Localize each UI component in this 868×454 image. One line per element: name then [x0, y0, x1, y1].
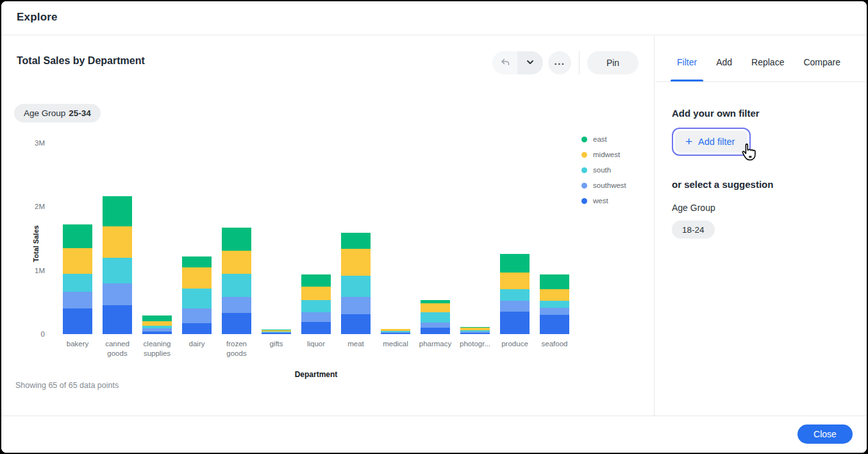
bar-gifts[interactable]: [262, 330, 291, 334]
bar-frozen-goods[interactable]: [222, 228, 251, 334]
legend-label-west: west: [593, 197, 608, 205]
bar-segment-south[interactable]: [500, 289, 530, 301]
suggestion-heading: or select a suggestion: [672, 179, 854, 190]
dialog-footer: Close: [1, 416, 867, 453]
bar-segment-west[interactable]: [381, 333, 410, 334]
tab-add[interactable]: Add: [715, 57, 733, 81]
x-label-canned-goods: canned goods: [97, 339, 137, 358]
bar-segment-midwest[interactable]: [341, 249, 371, 276]
bar-liquor[interactable]: [301, 274, 331, 334]
legend-label-south: south: [593, 166, 611, 174]
suggestion-group-label: Age Group: [672, 203, 854, 213]
bar-segment-west[interactable]: [540, 315, 569, 334]
legend-label-east: east: [593, 135, 607, 143]
bar-segment-south[interactable]: [63, 274, 92, 292]
bar-segment-south[interactable]: [341, 276, 371, 298]
bar-segment-midwest[interactable]: [103, 226, 132, 258]
explore-dialog: Explore Total Sales by Department ...: [1, 1, 867, 453]
bar-segment-midwest[interactable]: [301, 287, 331, 301]
bar-segment-south[interactable]: [540, 301, 569, 308]
bar-segment-midwest[interactable]: [63, 248, 92, 274]
window-frame: Explore Total Sales by Department ...: [0, 0, 868, 454]
bar-segment-midwest[interactable]: [500, 273, 530, 290]
bar-produce[interactable]: [500, 254, 530, 334]
tab-compare[interactable]: Compare: [802, 57, 842, 81]
bar-segment-west[interactable]: [142, 332, 172, 334]
bar-segment-east[interactable]: [500, 254, 530, 273]
bar-segment-midwest[interactable]: [540, 289, 569, 301]
legend-dot-west: [581, 198, 587, 204]
bar-segment-midwest[interactable]: [421, 303, 450, 312]
x-label-cleaning-supplies: cleaning supplies: [137, 339, 177, 358]
add-own-filter-heading: Add your own filter: [672, 108, 854, 119]
bar-cleaning-supplies[interactable]: [142, 315, 172, 334]
bar-medical[interactable]: [381, 329, 410, 334]
bar-segment-southwest[interactable]: [500, 301, 530, 312]
y-tick-0: 0: [6, 330, 45, 338]
legend-item-midwest[interactable]: midwest: [581, 147, 626, 162]
bar-segment-southwest[interactable]: [301, 312, 331, 322]
bar-segment-midwest[interactable]: [182, 267, 212, 289]
bar-segment-west[interactable]: [103, 305, 132, 334]
bar-pharmacy[interactable]: [421, 300, 450, 334]
bar-segment-east[interactable]: [341, 233, 371, 249]
bar-segment-southwest[interactable]: [540, 308, 569, 315]
filter-tab-content: Add your own filter + Add filter or sele…: [672, 82, 854, 239]
bar-segment-east[interactable]: [182, 256, 212, 267]
tab-filter[interactable]: Filter: [676, 57, 698, 81]
pin-button[interactable]: Pin: [587, 51, 638, 74]
bar-canned-goods[interactable]: [103, 196, 132, 334]
bar-chart-plot: [58, 143, 574, 334]
bar-segment-west[interactable]: [63, 308, 92, 334]
legend-item-west[interactable]: west: [581, 193, 626, 208]
close-button[interactable]: Close: [797, 425, 853, 444]
bar-photogr-[interactable]: [460, 327, 490, 334]
bar-segment-southwest[interactable]: [222, 297, 251, 313]
bar-segment-west[interactable]: [301, 322, 331, 334]
undo-button[interactable]: [492, 51, 517, 74]
bar-segment-southwest[interactable]: [421, 323, 450, 328]
bar-segment-east[interactable]: [63, 224, 92, 248]
bar-segment-midwest[interactable]: [222, 251, 251, 274]
bar-segment-west[interactable]: [182, 323, 212, 334]
undo-split-button: [492, 51, 543, 74]
bar-segment-south[interactable]: [222, 274, 251, 298]
bar-segment-west[interactable]: [341, 314, 371, 334]
undo-menu-button[interactable]: [517, 51, 543, 74]
suggestion-chip[interactable]: 18-24: [672, 221, 715, 239]
bar-segment-east[interactable]: [222, 228, 251, 251]
add-filter-button[interactable]: + Add filter: [675, 131, 747, 153]
x-label-meat: meat: [336, 339, 376, 358]
bar-segment-east[interactable]: [540, 274, 569, 289]
bar-segment-west[interactable]: [222, 313, 251, 334]
legend-dot-south: [581, 167, 587, 173]
tab-replace[interactable]: Replace: [750, 57, 785, 81]
legend-item-south[interactable]: south: [581, 162, 626, 178]
bar-bakery[interactable]: [63, 224, 92, 334]
more-options-button[interactable]: ...: [548, 51, 571, 74]
chevron-down-icon: [526, 58, 535, 69]
bar-segment-west[interactable]: [262, 333, 291, 334]
legend-item-east[interactable]: east: [581, 131, 626, 147]
bar-segment-southwest[interactable]: [341, 297, 371, 314]
bar-segment-east[interactable]: [103, 196, 132, 226]
bar-segment-southwest[interactable]: [182, 308, 212, 323]
bar-segment-midwest[interactable]: [142, 321, 172, 326]
x-label-medical: medical: [376, 339, 415, 358]
bar-segment-south[interactable]: [301, 300, 331, 312]
bar-segment-west[interactable]: [500, 312, 530, 334]
bar-meat[interactable]: [341, 233, 371, 334]
bar-segment-south[interactable]: [421, 312, 450, 323]
bar-segment-southwest[interactable]: [103, 283, 132, 306]
applied-filter-chip[interactable]: Age Group 25-34: [14, 104, 101, 122]
bar-segment-southwest[interactable]: [63, 292, 92, 308]
bar-segment-south[interactable]: [103, 258, 132, 283]
legend-item-southwest[interactable]: southwest: [581, 178, 626, 193]
bar-segment-south[interactable]: [182, 289, 212, 309]
bar-segment-east[interactable]: [301, 274, 331, 287]
bar-dairy[interactable]: [182, 256, 212, 334]
bar-segment-west[interactable]: [460, 333, 490, 334]
bar-segment-east[interactable]: [142, 315, 172, 321]
bar-seafood[interactable]: [540, 274, 569, 334]
bar-segment-west[interactable]: [421, 328, 450, 334]
